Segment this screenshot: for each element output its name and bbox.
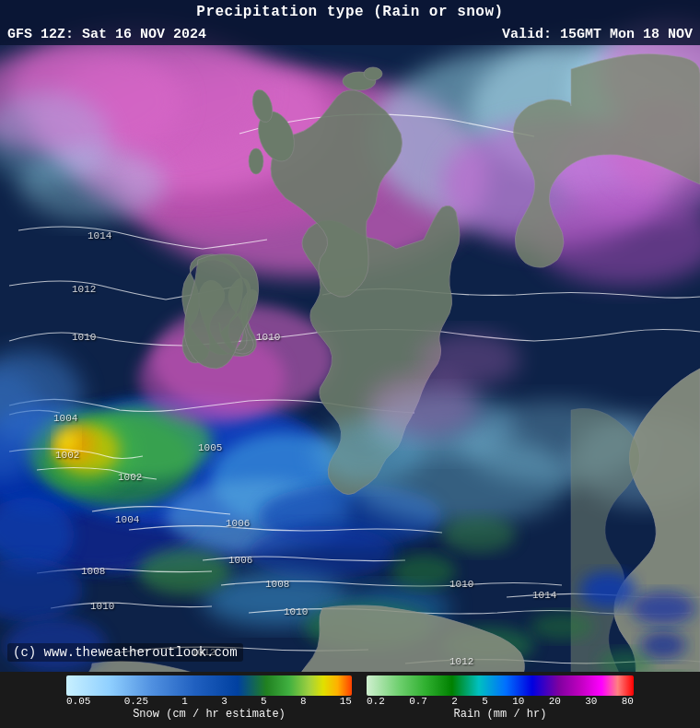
- watermark: (c) www.theweatheroutlook.com: [7, 643, 243, 662]
- svg-point-50: [442, 516, 516, 553]
- snow-legend: 0.05 0.25 1 3 5 8 15 Snow (cm / hr estim…: [66, 675, 352, 721]
- snow-title: Snow (cm / hr estimate): [133, 708, 286, 721]
- pressure-1010-2: 1010: [256, 332, 280, 343]
- pressure-1006-2: 1006: [228, 555, 252, 566]
- pressure-1012-1: 1012: [72, 284, 96, 295]
- weather-map: [0, 0, 700, 728]
- header: Precipitation type (Rain or snow) GFS 12…: [0, 0, 700, 45]
- pressure-1004-2: 1004: [115, 514, 139, 525]
- pressure-1006-1: 1006: [226, 518, 250, 529]
- snow-gradient: [66, 675, 352, 696]
- map-title: Precipitation type (Rain or snow): [196, 4, 503, 20]
- pressure-1005: 1005: [198, 442, 222, 453]
- rain-gradient: [367, 675, 634, 696]
- svg-point-51: [391, 555, 456, 588]
- rain-legend: 0.2 0.7 2 5 10 20 30 80 Rain (mm / hr): [367, 675, 634, 721]
- rain-labels: 0.2 0.7 2 5 10 20 30 80: [367, 696, 634, 707]
- pressure-1014-1: 1014: [88, 230, 111, 241]
- svg-point-42: [364, 67, 382, 80]
- svg-point-60: [419, 332, 520, 387]
- svg-point-57: [631, 592, 695, 625]
- svg-point-40: [249, 148, 263, 174]
- pressure-1010-4: 1010: [284, 606, 308, 617]
- pressure-1010-3: 1010: [90, 601, 114, 612]
- title-bar: Precipitation type (Rain or snow): [0, 0, 700, 24]
- svg-point-52: [530, 613, 594, 640]
- subtitle-bar: GFS 12Z: Sat 16 NOV 2024 Valid: 15GMT Mo…: [0, 24, 700, 45]
- pressure-1008-1: 1008: [81, 566, 105, 577]
- main-container: Precipitation type (Rain or snow) GFS 12…: [0, 0, 700, 728]
- svg-point-58: [640, 631, 686, 659]
- snow-labels: 0.05 0.25 1 3 5 8 15: [66, 696, 352, 707]
- pressure-1008-2: 1008: [265, 579, 289, 590]
- run-time-label: GFS 12Z: Sat 16 NOV 2024: [7, 27, 206, 42]
- valid-time-label: Valid: 15GMT Mon 18 NOV: [502, 27, 693, 42]
- pressure-1002-2: 1002: [118, 472, 142, 483]
- svg-point-56: [580, 571, 636, 608]
- pressure-1004-1: 1004: [53, 413, 77, 424]
- legend-bars: 0.05 0.25 1 3 5 8 15 Snow (cm / hr estim…: [7, 675, 693, 721]
- legend-container: 0.05 0.25 1 3 5 8 15 Snow (cm / hr estim…: [0, 672, 700, 728]
- pressure-1010-5: 1010: [449, 579, 473, 590]
- rain-title: Rain (mm / hr): [454, 708, 547, 721]
- pressure-1010-1: 1010: [72, 332, 96, 343]
- pressure-1012-3: 1012: [449, 656, 473, 667]
- pressure-1002-1: 1002: [55, 450, 79, 461]
- pressure-1014-3: 1014: [532, 590, 556, 601]
